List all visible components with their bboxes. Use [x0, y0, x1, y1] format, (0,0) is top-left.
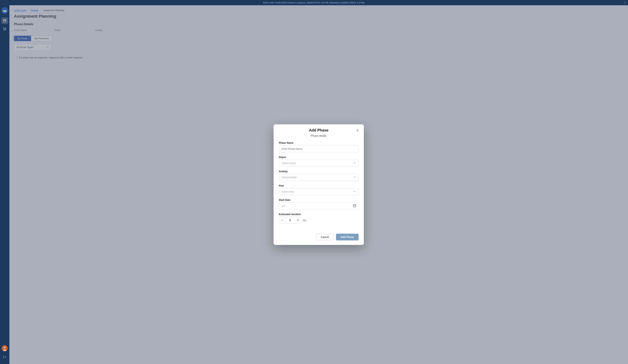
- svg-rect-5: [5, 28, 6, 29]
- svg-rect-0: [3, 19, 6, 22]
- logo-icon: 🚌: [3, 8, 7, 13]
- modal-body: Phase Name Depot Select Depot: [274, 140, 274, 153]
- svg-rect-7: [5, 29, 6, 30]
- sidebar-item-calendar[interactable]: [1, 17, 8, 24]
- top-banner: Active event 'TestEventForTutorial' in p…: [0, 0, 274, 5]
- add-phase-modal: Add Phase × Phase details Phase Name Dep…: [274, 124, 274, 153]
- banner-text: Active event 'TestEventForTutorial' in p…: [263, 1, 274, 4]
- sidebar-logo: 🚌: [1, 7, 8, 14]
- modal-overlay: Add Phase × Phase details Phase Name Dep…: [9, 5, 274, 153]
- svg-rect-4: [3, 28, 4, 29]
- sidebar: 🚌: [0, 5, 9, 153]
- sidebar-item-grid[interactable]: [1, 26, 8, 32]
- modal-subtitle: Phase details: [274, 134, 274, 140]
- svg-rect-6: [3, 29, 4, 30]
- modal-header: Add Phase ×: [274, 124, 274, 134]
